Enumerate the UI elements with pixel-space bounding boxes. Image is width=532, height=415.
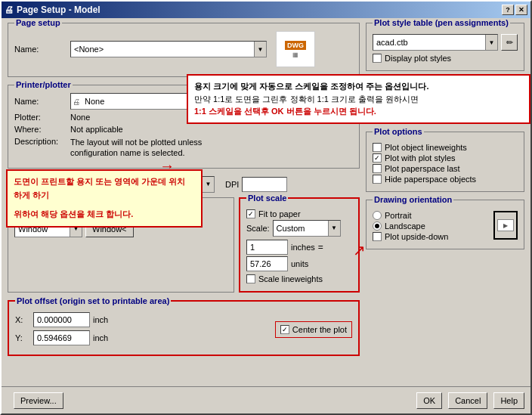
landscape-arrow: ▶ (503, 222, 508, 229)
portrait-label: Portrait (385, 211, 411, 220)
scale-label: Scale: (246, 224, 270, 233)
plotter-value: None (70, 113, 90, 122)
scale-value2-input[interactable] (246, 256, 288, 271)
where-value: Not applicable (70, 125, 123, 134)
scale-arrow[interactable]: ▼ (328, 221, 340, 236)
hide-objects-checkbox[interactable] (373, 175, 382, 184)
annotation1-line3: 1:1 스케일을 선택후 OK 버튼을 누르시면 됩니다. (194, 105, 523, 118)
dwg-format: ▦ (292, 51, 298, 58)
display-plot-styles-row: Display plot styles (373, 54, 518, 63)
drawing-orientation-label: Drawing orientation (373, 195, 453, 204)
scale-value-row: inches = (246, 240, 352, 255)
bottom-bar: Preview... OK Cancel Help (2, 386, 530, 413)
paper-size-arrow[interactable]: ▼ (202, 177, 214, 192)
close-title-btn[interactable]: ✕ (515, 5, 527, 15)
upside-down-checkbox[interactable] (373, 232, 382, 241)
printer-plotter-label: Printer/plotter (14, 80, 73, 89)
plot-style-group: Plot style table (pen assignments) acad.… (366, 23, 524, 71)
page-name-value: <None> (71, 43, 254, 55)
page-setup-name-row: Name: <None> ▼ DWG ▦ (14, 31, 353, 67)
preview-btn[interactable]: Preview... (14, 392, 63, 409)
landscape-orientation-icon: ▶ (493, 211, 518, 240)
upside-down-row: Plot upside-down (373, 232, 448, 241)
plot-offset-group: Plot offset (origin set to printable are… (8, 300, 360, 356)
ok-btn[interactable]: OK (416, 392, 442, 409)
scale-lineweights-checkbox[interactable] (246, 274, 255, 283)
x-unit: inch (93, 315, 108, 324)
edit-style-btn[interactable]: ✏ (501, 34, 518, 51)
printer-name-label: Name: (14, 97, 67, 106)
x-input[interactable] (33, 312, 90, 327)
dpi-input[interactable] (242, 177, 287, 192)
inches-label: inches (291, 243, 315, 252)
plot-style-value: acad.ctb (373, 36, 485, 48)
with-styles-row: Plot with plot styles (373, 153, 518, 163)
xy-fields: X: inch Y: inch (15, 312, 264, 348)
page-setup-label: Page setup (14, 18, 62, 27)
center-plot-checkbox[interactable] (280, 325, 289, 334)
y-input[interactable] (33, 330, 90, 345)
obj-lineweights-row: Plot object lineweights (373, 143, 518, 152)
arrow-right-1: ↗ (353, 241, 366, 259)
desc-value: The layout will not be plotted unless co… (70, 137, 221, 159)
plot-style-combo[interactable]: acad.ctb ▼ (373, 34, 498, 51)
plot-style-label: Plot style table (pen assignments) (373, 18, 510, 27)
where-label: Where: (14, 125, 67, 134)
title-bar: 🖨 Page Setup - Model ? ✕ (2, 2, 530, 18)
help-title-btn[interactable]: ? (502, 5, 514, 15)
desc-label: Description: (14, 137, 67, 146)
center-plot-label: Center the plot (292, 325, 347, 334)
title-left: 🖨 Page Setup - Model (5, 5, 101, 15)
landscape-radio[interactable] (373, 221, 382, 231)
scale-value2-row: units (246, 256, 352, 271)
scale-combo[interactable]: Custom ▼ (273, 220, 341, 237)
scale-value1-input[interactable] (246, 240, 288, 255)
annotation1-line2: 만약 1:1로 도면을 그린후 정확히 1:1 크기로 출력을 원하시면 (194, 93, 523, 106)
paperspace-last-label: Plot paperspace last (385, 164, 460, 173)
scale-lineweights-row: Scale lineweights (246, 274, 352, 283)
x-row: X: inch (15, 312, 264, 327)
y-row: Y: inch (15, 330, 264, 345)
page-name-arrow[interactable]: ▼ (254, 42, 266, 57)
with-styles-checkbox[interactable] (373, 153, 382, 163)
plot-style-arrow[interactable]: ▼ (485, 35, 497, 50)
display-plot-styles-label: Display plot styles (385, 54, 451, 63)
cancel-btn[interactable]: Cancel (448, 392, 487, 409)
annotation-box-1: 용지 크기에 맞게 자동으로 스케일을 조정하여 주는 옵션입니다. 만약 1:… (187, 74, 530, 124)
hide-objects-row: Hide paperspace objects (373, 175, 518, 184)
fit-to-paper-label: Fit to paper (258, 209, 301, 218)
plot-offset-inner: X: inch Y: inch Center the plot (15, 312, 352, 348)
hide-objects-label: Hide paperspace objects (385, 175, 476, 184)
upside-down-label: Plot upside-down (385, 232, 448, 241)
page-name-combo[interactable]: <None> ▼ (70, 41, 267, 57)
orientation-inner: Portrait Landscape Plot upside-down (373, 211, 518, 243)
y-label: Y: (15, 333, 30, 342)
dpi-label: DPI (225, 180, 239, 189)
x-label: X: (15, 315, 30, 324)
obj-lineweights-label: Plot object lineweights (385, 143, 467, 152)
portrait-radio[interactable] (373, 211, 382, 220)
window-title: Page Setup - Model (17, 5, 101, 15)
fit-to-paper-checkbox[interactable] (246, 209, 255, 218)
help-btn[interactable]: Help (493, 392, 524, 409)
drawing-orientation-group: Drawing orientation Portrait Landscape (366, 200, 524, 249)
portrait-row: Portrait (373, 211, 448, 220)
arrow-down-1: ↑ (159, 163, 177, 171)
window-icon: 🖨 (5, 5, 14, 15)
annotation1-line1: 용지 크기에 맞게 자동으로 스케일을 조정하여 주는 옵션입니다. (194, 80, 523, 93)
scale-row: Scale: Custom ▼ (246, 220, 352, 237)
orientation-options: Portrait Landscape Plot upside-down (373, 211, 448, 243)
y-unit: inch (93, 333, 108, 342)
paperspace-last-row: Plot paperspace last (373, 164, 518, 173)
scale-value: Custom (274, 222, 328, 234)
plot-style-row: acad.ctb ▼ ✏ (373, 34, 518, 51)
plot-options-label: Plot options (373, 127, 424, 136)
obj-lineweights-checkbox[interactable] (373, 143, 382, 152)
landscape-page-icon: ▶ (497, 219, 514, 231)
name-label: Name: (14, 45, 67, 54)
where-row: Where: Not applicable (14, 125, 353, 134)
annotation-box-2: 도면이 프린트할 용지 또는 영역에 가운데 위치 하게 하기 위하여 해당 옵… (6, 169, 203, 228)
paperspace-last-checkbox[interactable] (373, 164, 382, 173)
plot-offset-label: Plot offset (origin set to printable are… (15, 296, 171, 305)
display-plot-styles-checkbox[interactable] (373, 54, 382, 63)
